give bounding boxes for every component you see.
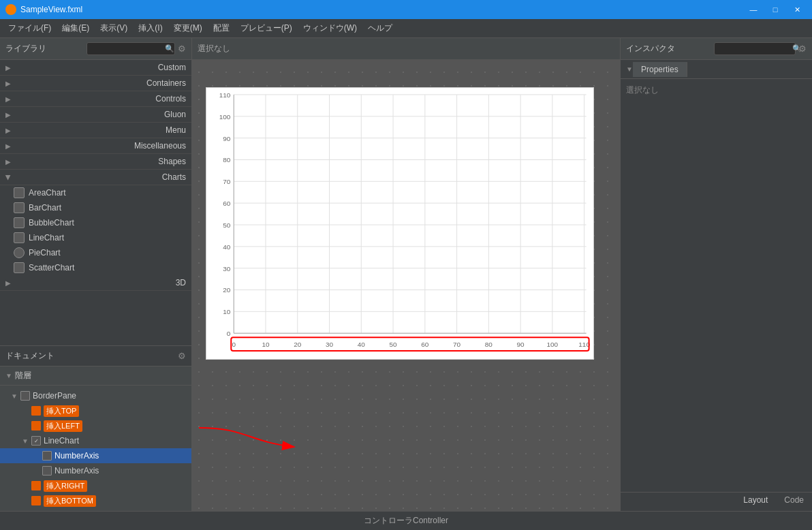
category-label: Shapes [14,157,186,166]
category-label: Miscellaneous [14,141,186,151]
tree-row-insert-top[interactable]: ▶ 挿入TOP [0,403,191,418]
hierarchy-header: ▼ 階層 [0,367,191,386]
svg-text:10: 10 [262,341,270,348]
menu-preview[interactable]: プレビュー(P) [235,20,298,37]
tree-row-numberaxis-1[interactable]: ▶ NumberAxis [0,448,191,463]
category-menu[interactable]: ▶ Menu [0,123,191,138]
category-miscellaneous[interactable]: ▶ Miscellaneous [0,138,191,154]
tree-row-insert-right[interactable]: ▶ 挿入RIGHT [0,478,191,493]
svg-text:0: 0 [232,341,236,348]
tree-row-insert-left[interactable]: ▶ 挿入LEFT [0,418,191,433]
svg-text:100: 100 [547,341,559,348]
document-header: ドキュメント ⚙ [0,346,191,367]
tree-row-insert-bottom[interactable]: ▶ 挿入BOTTOM [0,493,191,508]
svg-text:50: 50 [390,341,398,348]
menu-change[interactable]: 変更(M) [168,20,208,37]
svg-text:20: 20 [294,341,302,348]
menubar: ファイル(F) 編集(E) 表示(V) 挿入(I) 変更(M) 配置 プレビュー… [0,19,812,38]
arrow-icon: ▶ [5,95,11,103]
item-label: LineChart [29,233,64,243]
list-item-barchart[interactable]: BarChart [0,200,191,215]
expand-icon: ▼ [11,392,19,400]
chart-container: 0 10 20 30 40 50 60 70 80 90 100 110 0 1… [206,87,594,360]
category-controls[interactable]: ▶ Controls [0,91,191,107]
statusbar: コントローラController [0,511,812,530]
insert-left-icon [31,421,41,431]
category-gluon[interactable]: ▶ Gluon [0,107,191,123]
svg-text:70: 70 [223,178,231,185]
library-list: ▶ Custom ▶ Containers ▶ Controls ▶ Gluon… [0,60,191,345]
svg-text:30: 30 [326,341,334,348]
svg-text:50: 50 [223,221,231,229]
library-gear-icon[interactable]: ⚙ [178,44,186,54]
menu-window[interactable]: ウィンドウ(W) [298,20,362,37]
borderpane-icon [20,391,30,401]
svg-text:10: 10 [223,308,231,315]
scatterchart-icon [14,262,25,273]
inspector-gear-icon[interactable]: ⚙ [798,44,807,54]
category-3d[interactable]: ▶ 3D [0,275,191,291]
category-label: Custom [14,63,186,72]
category-custom[interactable]: ▶ Custom [0,60,191,76]
menu-edit[interactable]: 編集(E) [57,20,95,37]
canvas-area: 選択なし [192,38,620,511]
svg-text:70: 70 [453,341,461,348]
hierarchy-label: 階層 [15,370,186,381]
numberaxis-1-icon [42,451,52,461]
arrow-icon: ▶ [5,127,11,134]
item-label: BarChart [29,203,61,213]
svg-text:110: 110 [219,91,231,99]
svg-text:80: 80 [485,341,493,348]
svg-text:0: 0 [227,330,231,337]
list-item-areachart[interactable]: AreaChart [0,185,191,200]
chart-svg: 0 10 20 30 40 50 60 70 80 90 100 110 0 1… [206,88,593,359]
category-containers[interactable]: ▶ Containers [0,76,191,91]
menu-insert[interactable]: 挿入(I) [133,20,168,37]
menu-help[interactable]: ヘルプ [362,20,398,37]
numberaxis-2-label: NumberAxis [54,466,99,476]
tree-row-borderpane[interactable]: ▼ BorderPane [0,388,191,403]
svg-text:20: 20 [223,286,231,294]
svg-text:40: 40 [223,243,231,251]
tab-layout[interactable]: Layout [735,493,776,511]
tab-code[interactable]: Code [776,493,812,511]
close-button[interactable]: ✕ [787,3,807,16]
canvas-content[interactable]: 0 10 20 30 40 50 60 70 80 90 100 110 0 1… [192,60,620,511]
tree-row-linechart[interactable]: ▼ ✓ LineChart [0,433,191,448]
inspector-search-box[interactable]: 🔍 [714,42,796,55]
insert-right-icon [31,481,41,490]
tree-view: ▼ BorderPane ▶ 挿入TOP ▶ 挿入LEFT [0,386,191,511]
list-item-scatterchart[interactable]: ScatterChart [0,260,191,275]
svg-text:100: 100 [219,113,231,121]
linechart-icon [14,232,25,243]
library-header: ライブラリ 🔍 ⚙ [0,38,191,60]
document-gear-icon[interactable]: ⚙ [178,351,186,361]
menu-view[interactable]: 表示(V) [95,20,133,37]
list-item-linechart[interactable]: LineChart [0,230,191,245]
maximize-button[interactable]: □ [766,3,785,16]
library-search-input[interactable] [90,45,165,53]
main-layout: ライブラリ 🔍 ⚙ ▶ Custom ▶ Containers ▶ Contro… [0,38,812,511]
inspector-search-input[interactable] [717,45,792,53]
category-shapes[interactable]: ▶ Shapes [0,154,191,170]
minimize-button[interactable]: — [744,3,763,16]
category-label: 3D [14,278,186,287]
svg-text:90: 90 [517,341,525,348]
menu-file[interactable]: ファイル(F) [3,20,57,37]
list-item-bubblechart[interactable]: BubbleChart [0,215,191,230]
bubblechart-icon [14,217,25,228]
insert-top-icon [31,406,41,416]
library-search-box[interactable]: 🔍 [87,42,175,55]
category-charts[interactable]: ▶ Charts [0,170,191,185]
menu-arrange[interactable]: 配置 [208,20,235,37]
tab-properties[interactable]: Properties [633,62,687,77]
category-label: Containers [14,78,186,88]
item-label: BubbleChart [29,218,74,228]
expand-icon: ▼ [22,437,30,445]
arrow-icon: ▶ [5,111,11,119]
inspector-no-selection: 選択なし [626,85,659,95]
sidebar: ライブラリ 🔍 ⚙ ▶ Custom ▶ Containers ▶ Contro… [0,38,192,511]
category-label: Gluon [14,110,186,119]
list-item-piechart[interactable]: PieChart [0,245,191,260]
tree-row-numberaxis-2[interactable]: ▶ NumberAxis [0,463,191,478]
